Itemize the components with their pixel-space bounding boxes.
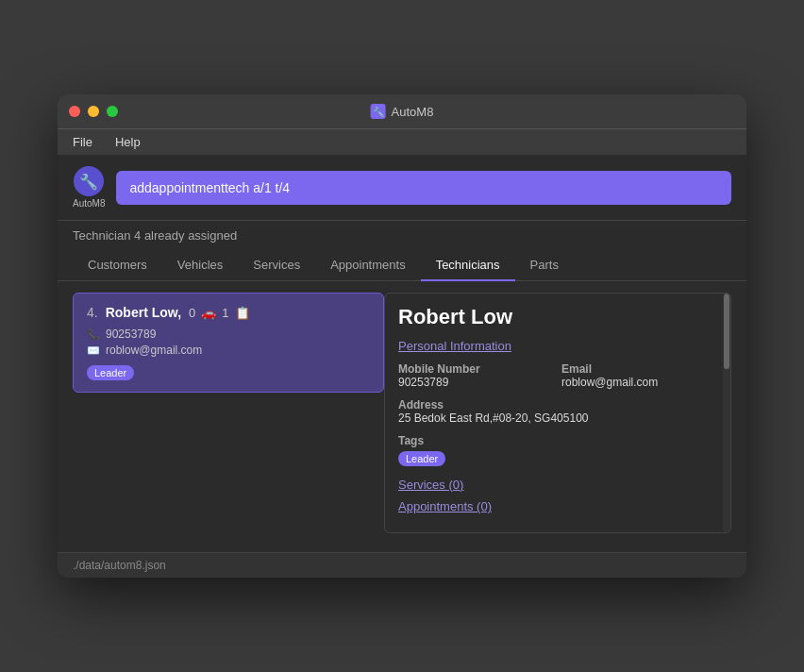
tab-vehicles[interactable]: Vehicles (162, 250, 238, 281)
tech-stat-count: 0 (189, 306, 195, 320)
scrollbar-thumb (724, 294, 729, 369)
tab-customers[interactable]: Customers (73, 250, 162, 281)
email-label: Email (561, 362, 710, 376)
footer-path: ./data/autom8.json (73, 559, 166, 572)
status-message: Technician 4 already assigned (58, 221, 746, 250)
app-logo: 🔧 AutoM8 (73, 166, 105, 209)
window-title: 🔧 AutoM8 (371, 104, 434, 119)
mobile-label: Mobile Number (398, 362, 546, 376)
phone-icon: 📞 (87, 328, 100, 341)
scrollbar[interactable] (723, 294, 730, 532)
appointments-link[interactable]: Appointments (0) (398, 499, 710, 513)
tech-phone: 90253789 (106, 328, 156, 341)
detail-name: Robert Low (398, 305, 710, 329)
app-icon: 🔧 (371, 104, 386, 119)
logo-icon: 🔧 (74, 166, 104, 196)
car-icon: 🚗 (201, 306, 216, 320)
technician-card[interactable]: 4. Robert Low, 0 🚗 1 📋 📞 90253789 (73, 293, 384, 393)
services-link[interactable]: Services (0) (398, 478, 710, 492)
detail-section-title[interactable]: Personal Information (398, 339, 710, 353)
maximize-button[interactable] (107, 106, 118, 117)
tech-name: Robert Low, (106, 305, 181, 320)
command-input[interactable] (116, 171, 731, 205)
address-value: 25 Bedok East Rd,#08-20, SG405100 (398, 412, 710, 425)
tab-services[interactable]: Services (238, 250, 315, 281)
calendar-icon: 📋 (235, 306, 250, 320)
main-window: 🔧 AutoM8 File Help 🔧 AutoM8 Technician 4… (58, 94, 746, 578)
tags-label: Tags (398, 434, 710, 447)
title-bar: 🔧 AutoM8 (58, 94, 746, 128)
content-area: 4. Robert Low, 0 🚗 1 📋 📞 90253789 (58, 281, 746, 545)
detail-panel: Robert Low Personal Information Mobile N… (385, 294, 723, 532)
email-icon: ✉️ (87, 344, 100, 357)
menu-file[interactable]: File (69, 133, 96, 151)
detail-panel-wrapper: Robert Low Personal Information Mobile N… (384, 293, 731, 533)
tab-appointments[interactable]: Appointments (315, 250, 421, 281)
detail-tag: Leader (398, 451, 445, 466)
toolbar: 🔧 AutoM8 (58, 155, 746, 221)
menu-help[interactable]: Help (111, 133, 144, 151)
tab-technicians[interactable]: Technicians (421, 250, 515, 281)
minimize-button[interactable] (88, 106, 99, 117)
email-value: roblow@gmail.com (561, 376, 710, 389)
technician-list: 4. Robert Low, 0 🚗 1 📋 📞 90253789 (73, 293, 384, 533)
footer-bar: ./data/autom8.json (58, 552, 746, 578)
logo-label: AutoM8 (73, 198, 105, 209)
close-button[interactable] (69, 106, 80, 117)
tech-email: roblow@gmail.com (106, 344, 202, 357)
tech-number: 4. (87, 305, 98, 320)
tabs-bar: Customers Vehicles Services Appointments… (58, 250, 746, 281)
window-title-text: AutoM8 (392, 105, 434, 119)
tab-parts[interactable]: Parts (515, 250, 574, 281)
mobile-value: 90253789 (398, 376, 546, 389)
menu-bar: File Help (58, 128, 746, 155)
address-label: Address (398, 398, 710, 412)
tech-tag: Leader (87, 365, 134, 380)
tech-vehicle-count: 1 (222, 306, 228, 320)
